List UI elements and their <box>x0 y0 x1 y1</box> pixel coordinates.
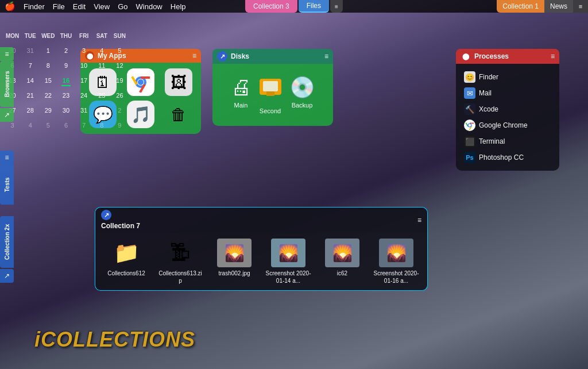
cal-day-7-next[interactable]: 7 <box>75 118 93 132</box>
cal-day-26[interactable]: 26 <box>111 89 129 102</box>
process-finder-icon: 😊 <box>464 71 475 83</box>
cal-day-24[interactable]: 24 <box>75 89 93 102</box>
tab-news[interactable]: News <box>544 0 573 13</box>
my-apps-menu-icon[interactable]: ≡ <box>192 52 196 60</box>
file-screenshot0114-icon: 🌄 <box>271 239 305 267</box>
disk-second-icon <box>257 75 284 105</box>
cal-day-25[interactable]: 25 <box>93 89 111 102</box>
disk-main[interactable]: 🖨 Main <box>231 75 252 114</box>
tab-right-menu-icon[interactable]: ≡ <box>573 0 588 13</box>
sidebar-mid-icon-btn[interactable]: ≡ <box>0 151 14 164</box>
sidebar-top-icon-btn[interactable]: ≡ <box>0 47 14 61</box>
disk-main-icon: 🖨 <box>231 75 252 99</box>
menu-edit[interactable]: Edit <box>73 2 86 11</box>
process-xcode[interactable]: 🔨 Xcode <box>461 102 555 117</box>
sidebar-browsers-icon[interactable]: ↗ <box>0 108 14 122</box>
process-terminal-icon: ⬛ <box>464 136 475 147</box>
process-photoshop[interactable]: Ps Photoshop CC <box>461 150 555 165</box>
cal-day-30[interactable]: 30 <box>57 103 75 117</box>
cal-day-5[interactable]: 5 <box>111 44 129 57</box>
file-screenshot0116-icon: 🌄 <box>379 239 413 267</box>
tab-collection3[interactable]: Collection 3 <box>245 0 297 13</box>
cal-day-17[interactable]: 17 <box>75 74 93 87</box>
cal-day-19[interactable]: 19 <box>111 74 129 87</box>
sidebar-tab-browsers[interactable]: Browsers <box>0 61 14 107</box>
app-icon-trash[interactable]: 🗑 <box>165 101 192 128</box>
left-sidebar: ≡ Browsers ↗ ≡ Tests Collection 2x ↗ <box>0 13 15 369</box>
file-screenshot0116[interactable]: 🌄 Screenshot 2020-01-16 a... <box>373 239 419 285</box>
file-ic62-icon: 🌄 <box>325 239 359 267</box>
disk-main-label: Main <box>234 102 248 109</box>
sidebar-tab-collection2x[interactable]: Collection 2x <box>0 216 14 268</box>
cal-day-2-next[interactable]: 2 <box>111 103 129 117</box>
process-xcode-icon: 🔨 <box>464 103 475 115</box>
file-collections613zip[interactable]: 🗜 Collections613.zip <box>157 239 203 285</box>
collection7-body: 📁 Collections612 🗜 Collections613.zip 🌄 … <box>95 233 428 291</box>
cal-day-4[interactable]: 4 <box>93 44 111 57</box>
cal-day-2[interactable]: 2 <box>57 44 75 57</box>
app-icon-photos[interactable]: 🖼 <box>165 68 192 96</box>
tab-files[interactable]: Files <box>299 0 329 13</box>
sidebar-bottom-icon-btn[interactable]: ↗ <box>0 269 14 283</box>
cal-day-18[interactable]: 18 <box>93 74 111 87</box>
file-collections612[interactable]: 📁 Collections612 <box>103 239 149 277</box>
processes-menu-icon[interactable]: ≡ <box>551 52 555 60</box>
cal-day-8-next[interactable]: 8 <box>93 118 111 132</box>
app-icon-music[interactable]: 🎵 <box>127 101 154 128</box>
file-trash002-icon: 🌄 <box>217 239 252 267</box>
disk-second[interactable]: Second <box>257 75 284 114</box>
processes-header-icon: ⬤ <box>461 51 471 62</box>
menu-view[interactable]: View <box>94 2 110 11</box>
menu-window[interactable]: Window <box>136 2 163 11</box>
process-terminal[interactable]: ⬛ Terminal <box>461 134 555 149</box>
cal-day-3[interactable]: 3 <box>75 44 93 57</box>
top-center-tabs: Collection 3 Files ≡ <box>245 0 343 13</box>
menu-finder[interactable]: Finder <box>24 2 45 11</box>
cal-header-fri: FRI <box>75 29 93 43</box>
disk-second-label: Second <box>260 107 281 114</box>
cal-day-10[interactable]: 10 <box>75 59 93 72</box>
cal-day-1-next[interactable]: 1 <box>93 103 111 117</box>
collection7-header-icon: ↗ <box>101 210 111 220</box>
file-screenshot0114[interactable]: 🌄 Screenshot 2020-01-14 a... <box>265 239 311 285</box>
sidebar-tab-tests[interactable]: Tests <box>0 164 14 205</box>
process-mail-icon: ✉ <box>464 87 475 99</box>
processes-header-left: ⬤ Processes <box>461 51 509 62</box>
processes-body: 😊 Finder ✉ Mail 🔨 Xcode <box>456 64 559 171</box>
menu-go[interactable]: Go <box>118 2 127 11</box>
app-icon-chrome[interactable] <box>127 68 154 96</box>
menu-file[interactable]: File <box>53 2 65 11</box>
disks-panel: ↗ Disks ≡ 🖨 Main Second 💿 <box>212 49 333 126</box>
process-finder[interactable]: 😊 Finder <box>461 70 555 84</box>
cal-day-23[interactable]: 23 <box>57 89 75 102</box>
cal-day-9[interactable]: 9 <box>57 59 75 72</box>
disks-title: Disks <box>231 52 249 60</box>
process-chrome-name: Google Chrome <box>479 121 528 129</box>
process-chrome[interactable]: Google Chrome <box>461 118 555 133</box>
cal-day-12[interactable]: 12 <box>111 59 129 72</box>
cal-day-31[interactable]: 31 <box>75 103 93 117</box>
icollections-logo: iCOLLECTIONS <box>34 328 195 352</box>
file-collections612-icon: 📁 <box>109 239 144 267</box>
disk-backup[interactable]: 💿 Backup <box>289 75 315 114</box>
collection7-menu-icon[interactable]: ≡ <box>417 216 421 224</box>
collection7-panel: ↗ Collection 7 ≡ 📁 Collections612 🗜 Coll… <box>95 207 428 291</box>
apple-menu[interactable]: 🍎 <box>5 1 16 11</box>
sidebar-top-section: ≡ Browsers ↗ <box>0 47 15 122</box>
svg-point-9 <box>469 124 471 126</box>
process-xcode-name: Xcode <box>479 105 498 113</box>
process-mail[interactable]: ✉ Mail <box>461 86 555 101</box>
tab-menu-icon[interactable]: ≡ <box>330 0 343 13</box>
disks-header-icon: ↗ <box>217 51 227 62</box>
cal-day-9-next[interactable]: 9 <box>111 118 129 132</box>
cal-day-11[interactable]: 11 <box>93 59 111 72</box>
cal-day-16-today[interactable]: 16 <box>57 74 75 87</box>
collection7-header-left: ↗ Collection 7 <box>101 210 140 230</box>
tab-collection1[interactable]: Collection 1 <box>497 0 544 13</box>
cal-day-6-next[interactable]: 6 <box>57 118 75 132</box>
file-ic62[interactable]: 🌄 ic62 <box>319 239 365 277</box>
file-trash002[interactable]: 🌄 trash002.jpg <box>211 239 257 277</box>
menu-help[interactable]: Help <box>171 2 186 11</box>
disks-menu-icon[interactable]: ≡ <box>324 52 328 60</box>
collection7-header: ↗ Collection 7 ≡ <box>95 207 428 233</box>
